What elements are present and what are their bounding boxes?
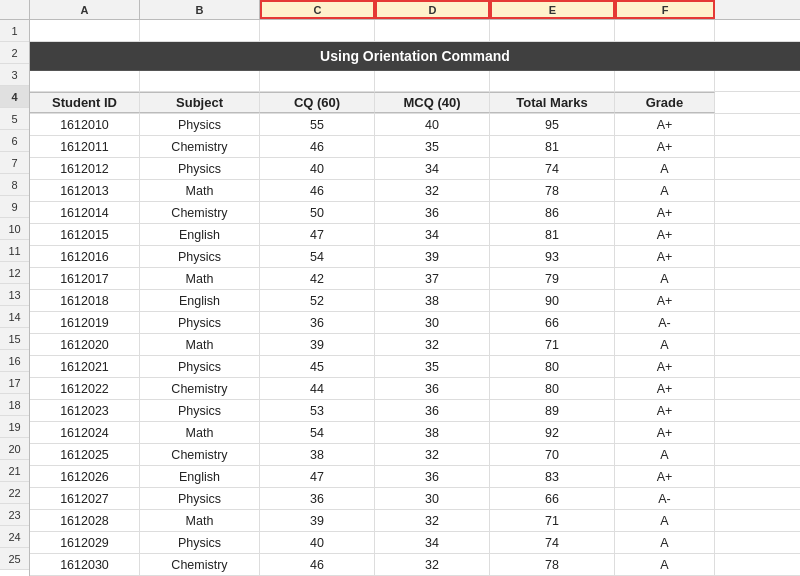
col-header-c[interactable]: C xyxy=(260,0,375,19)
cell-cq: 38 xyxy=(260,444,375,465)
row-num-10[interactable]: 10 xyxy=(0,218,29,240)
row-num-19[interactable]: 19 xyxy=(0,416,29,438)
col-header-b[interactable]: B xyxy=(140,0,260,19)
cell-cq: 47 xyxy=(260,466,375,487)
cell-student-id: 1612012 xyxy=(30,158,140,179)
col-header-a[interactable]: A xyxy=(30,0,140,19)
cell-cq: 54 xyxy=(260,422,375,443)
cell-grade: A xyxy=(615,554,715,575)
cell-cq: 53 xyxy=(260,400,375,421)
row-num-22[interactable]: 22 xyxy=(0,482,29,504)
cell-3e xyxy=(375,71,490,92)
col-header-blank xyxy=(0,0,30,19)
row-num-25[interactable]: 25 xyxy=(0,548,29,570)
cell-student-id: 1612016 xyxy=(30,246,140,267)
cell-grade: A+ xyxy=(615,400,715,421)
cell-total: 90 xyxy=(490,290,615,311)
cell-grade: A+ xyxy=(615,378,715,399)
table-row: 1612026 English 47 36 83 A+ xyxy=(30,466,800,488)
cell-total: 78 xyxy=(490,554,615,575)
cell-student-id: 1612027 xyxy=(30,488,140,509)
cell-student-id: 1612023 xyxy=(30,400,140,421)
row-num-18[interactable]: 18 xyxy=(0,394,29,416)
cell-student-id: 1612028 xyxy=(30,510,140,531)
row-num-15[interactable]: 15 xyxy=(0,328,29,350)
cell-subject: Chemistry xyxy=(140,202,260,223)
cell-subject: Math xyxy=(140,422,260,443)
table-row: 1612022 Chemistry 44 36 80 A+ xyxy=(30,378,800,400)
row-num-21[interactable]: 21 xyxy=(0,460,29,482)
row-num-7[interactable]: 7 xyxy=(0,152,29,174)
cell-grade: A xyxy=(615,180,715,201)
col-header-e[interactable]: E xyxy=(490,0,615,19)
table-row: 1612015 English 47 34 81 A+ xyxy=(30,224,800,246)
row-num-11[interactable]: 11 xyxy=(0,240,29,262)
cell-1d xyxy=(260,20,375,41)
cell-total: 79 xyxy=(490,268,615,289)
row-num-9[interactable]: 9 xyxy=(0,196,29,218)
row-num-8[interactable]: 8 xyxy=(0,174,29,196)
cell-total: 66 xyxy=(490,312,615,333)
cell-subject: Physics xyxy=(140,114,260,135)
row-num-13[interactable]: 13 xyxy=(0,284,29,306)
row-num-20[interactable]: 20 xyxy=(0,438,29,460)
spreadsheet-body: 1 2 3 4 5 6 7 8 9 10 11 12 13 14 15 16 1… xyxy=(0,20,800,576)
cell-subject: English xyxy=(140,290,260,311)
cell-3b xyxy=(30,71,140,92)
cell-total: 74 xyxy=(490,532,615,553)
cell-3c xyxy=(140,71,260,92)
cell-3g xyxy=(615,71,715,92)
cell-1e xyxy=(375,20,490,41)
cell-mcq: 32 xyxy=(375,444,490,465)
table-row: 1612021 Physics 45 35 80 A+ xyxy=(30,356,800,378)
row-num-2[interactable]: 2 xyxy=(0,42,29,64)
row-num-3[interactable]: 3 xyxy=(0,64,29,86)
cell-cq: 46 xyxy=(260,136,375,157)
table-row: 1612028 Math 39 32 71 A xyxy=(30,510,800,532)
cell-grade: A+ xyxy=(615,114,715,135)
cell-cq: 45 xyxy=(260,356,375,377)
cell-total: 78 xyxy=(490,180,615,201)
cell-grade: A xyxy=(615,444,715,465)
row-num-14[interactable]: 14 xyxy=(0,306,29,328)
cell-total: 71 xyxy=(490,510,615,531)
cell-student-id: 1612030 xyxy=(30,554,140,575)
col-header-d[interactable]: D xyxy=(375,0,490,19)
cell-mcq: 32 xyxy=(375,334,490,355)
cell-subject: Math xyxy=(140,334,260,355)
cell-mcq: 32 xyxy=(375,554,490,575)
cell-mcq: 35 xyxy=(375,136,490,157)
cell-cq: 55 xyxy=(260,114,375,135)
spreadsheet-title: Using Orientation Command xyxy=(320,48,510,64)
cell-subject: Physics xyxy=(140,158,260,179)
row-num-16[interactable]: 16 xyxy=(0,350,29,372)
cell-total: 81 xyxy=(490,224,615,245)
col-header-f[interactable]: F xyxy=(615,0,715,19)
row-num-17[interactable]: 17 xyxy=(0,372,29,394)
spreadsheet: A B C D E F 1 2 3 4 5 6 7 8 9 10 11 12 1… xyxy=(0,0,800,576)
row-num-24[interactable]: 24 xyxy=(0,526,29,548)
table-row: 1612016 Physics 54 39 93 A+ xyxy=(30,246,800,268)
cell-mcq: 36 xyxy=(375,400,490,421)
cell-grade: A xyxy=(615,158,715,179)
cell-total: 74 xyxy=(490,158,615,179)
cell-grade: A+ xyxy=(615,224,715,245)
row-num-23[interactable]: 23 xyxy=(0,504,29,526)
row-num-4[interactable]: 4 xyxy=(0,86,29,108)
cell-student-id: 1612025 xyxy=(30,444,140,465)
header-grade: Grade xyxy=(615,92,715,113)
row-num-5[interactable]: 5 xyxy=(0,108,29,130)
row-num-6[interactable]: 6 xyxy=(0,130,29,152)
cell-subject: English xyxy=(140,466,260,487)
cell-total: 83 xyxy=(490,466,615,487)
row-num-12[interactable]: 12 xyxy=(0,262,29,284)
cell-mcq: 30 xyxy=(375,312,490,333)
row-num-1[interactable]: 1 xyxy=(0,20,29,42)
table-row: 1612030 Chemistry 46 32 78 A xyxy=(30,554,800,576)
cell-grade: A+ xyxy=(615,136,715,157)
table-row: 1612023 Physics 53 36 89 A+ xyxy=(30,400,800,422)
cell-subject: Physics xyxy=(140,532,260,553)
cell-mcq: 36 xyxy=(375,202,490,223)
header-mcq: MCQ (40) xyxy=(375,92,490,113)
title-row: Using Orientation Command xyxy=(30,42,800,71)
